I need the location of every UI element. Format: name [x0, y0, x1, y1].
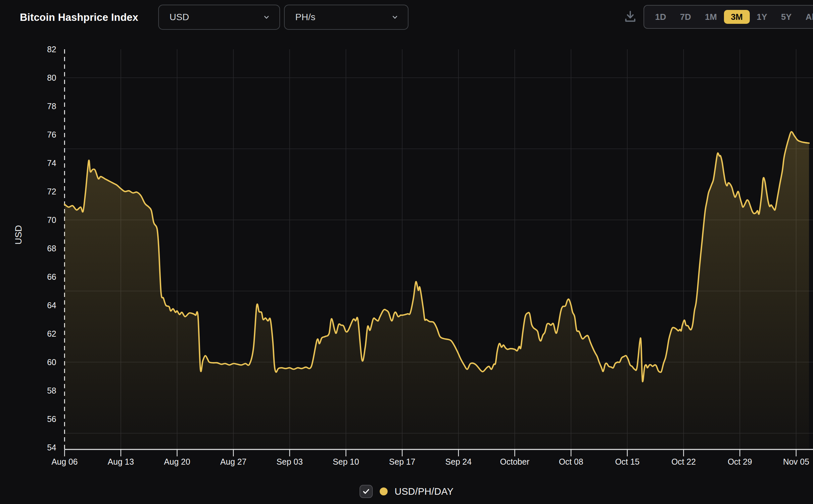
x-tick-label: Aug 13 [93, 457, 149, 467]
x-tick-label: Sep 24 [430, 457, 487, 467]
y-tick-label: 54 [13, 442, 56, 452]
y-tick-label: 78 [13, 101, 56, 111]
y-tick-label: 74 [13, 158, 56, 168]
y-tick-label: 82 [13, 44, 56, 54]
legend-checkbox[interactable] [360, 485, 373, 498]
y-tick-label: 68 [13, 243, 56, 253]
x-tick-label: Nov 05 [768, 457, 813, 467]
chart-canvas[interactable] [0, 0, 813, 504]
x-tick-label: Sep 10 [318, 457, 374, 467]
y-tick-label: 66 [13, 272, 56, 282]
x-tick-label: Aug 06 [36, 457, 93, 467]
x-tick-label: Aug 27 [205, 457, 262, 467]
y-tick-label: 70 [13, 215, 56, 225]
x-tick-label: Oct 29 [712, 457, 768, 467]
y-tick-label: 72 [13, 187, 56, 196]
y-tick-label: 56 [13, 414, 56, 424]
x-tick-label: October [487, 457, 543, 467]
x-tick-label: Sep 17 [374, 457, 430, 467]
x-tick-label: Oct 22 [656, 457, 712, 467]
hashprice-series [64, 132, 809, 449]
x-tick-label: Aug 20 [149, 457, 205, 467]
y-tick-label: 80 [13, 73, 56, 83]
y-tick-label: 60 [13, 357, 56, 367]
x-tick-label: Oct 15 [599, 457, 656, 467]
legend: USD/PH/DAY [0, 483, 813, 500]
checkmark-icon [362, 487, 370, 496]
x-tick-label: Oct 08 [543, 457, 599, 467]
legend-series-label: USD/PH/DAY [395, 486, 453, 497]
x-tick-label: Sep 03 [262, 457, 318, 467]
y-tick-label: 58 [13, 386, 56, 396]
y-tick-label: 76 [13, 130, 56, 140]
y-tick-label: 64 [13, 300, 56, 310]
y-tick-label: 62 [13, 329, 56, 339]
hashprice-dashboard: Bitcoin Hashprice Index USD PH/s 1D7D1M3… [0, 0, 813, 504]
series-marker-dot [380, 487, 388, 495]
